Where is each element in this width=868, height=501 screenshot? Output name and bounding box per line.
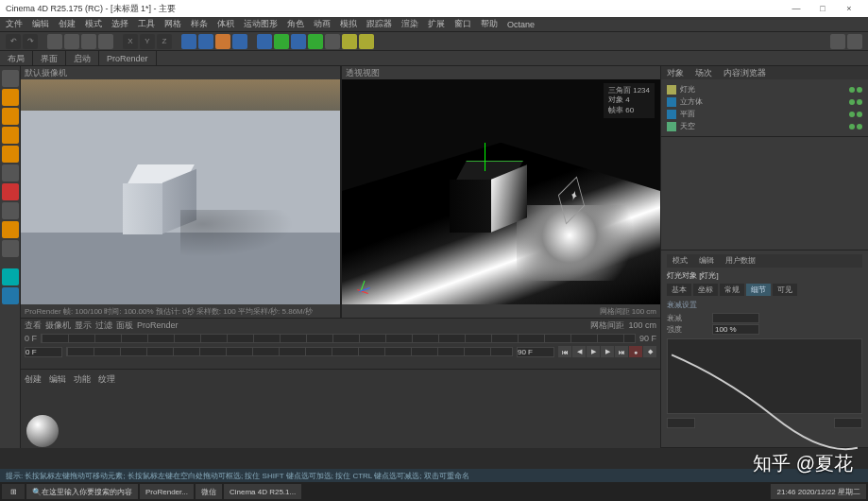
- attr-tab-visibility[interactable]: 可见: [773, 284, 797, 296]
- start-button[interactable]: ⊞: [2, 484, 25, 499]
- workplane-button[interactable]: [2, 108, 19, 125]
- layout-tab-prorender[interactable]: ProRender: [99, 51, 157, 65]
- deformer-button[interactable]: [308, 34, 323, 49]
- attr-tab-coord[interactable]: 坐标: [693, 284, 718, 296]
- axis-x-toggle[interactable]: X: [123, 34, 138, 49]
- edge-mode-button[interactable]: [2, 127, 19, 144]
- render-region-button[interactable]: [198, 34, 213, 49]
- viewport-perspective[interactable]: 透视视图 三角面 1234 对象 4 帧率 6: [342, 66, 661, 318]
- menu-octane[interactable]: Octane: [507, 20, 535, 29]
- material-swatch[interactable]: [26, 415, 59, 447]
- menu-animate[interactable]: 动画: [314, 18, 331, 30]
- mat-menu-texture[interactable]: 纹理: [98, 373, 115, 385]
- record-button[interactable]: ●: [629, 346, 642, 357]
- menu-character[interactable]: 角色: [287, 18, 304, 30]
- camera-button[interactable]: [342, 34, 357, 49]
- taskbar-clock[interactable]: 21:46 2020/12/22 星期二: [771, 484, 866, 499]
- layout-tab-startup[interactable]: 启动: [66, 51, 99, 65]
- tl-menu-camera[interactable]: 摄像机: [45, 320, 71, 332]
- prev-frame-button[interactable]: ◀: [572, 346, 586, 357]
- attr-tab-basic[interactable]: 基本: [667, 284, 691, 296]
- taskbar-app-wechat[interactable]: 微信: [196, 484, 222, 499]
- axis-y-toggle[interactable]: Y: [140, 34, 155, 49]
- menu-mograph[interactable]: 运动图形: [244, 18, 278, 30]
- snap-button[interactable]: [2, 202, 19, 219]
- taskbar-search[interactable]: 🔍 在这里输入你要搜索的内容: [26, 484, 138, 499]
- next-frame-button[interactable]: ▶: [601, 346, 614, 357]
- render-view-button[interactable]: [181, 34, 196, 49]
- menu-mesh[interactable]: 网格: [164, 18, 181, 30]
- tl-menu-panel[interactable]: 面板: [116, 320, 133, 332]
- redo-button[interactable]: ↷: [23, 34, 38, 49]
- viewport-toggle-button[interactable]: [2, 287, 19, 304]
- menu-edit[interactable]: 编辑: [32, 18, 49, 30]
- window-minimize[interactable]: —: [783, 4, 809, 13]
- goto-end-button[interactable]: ⏭: [615, 346, 628, 357]
- axis-z-toggle[interactable]: Z: [157, 34, 172, 49]
- select-tool[interactable]: [47, 34, 62, 49]
- viewport-render[interactable]: 默认摄像机 ProRender 帧: 100/100 时间: 100.00% 预…: [21, 66, 340, 318]
- window-close[interactable]: ×: [836, 4, 862, 13]
- rotate-tool[interactable]: [98, 34, 113, 49]
- viewport-perspective-body[interactable]: 三角面 1234 对象 4 帧率 60: [342, 79, 661, 304]
- menu-help[interactable]: 帮助: [481, 18, 498, 30]
- object-row-sky[interactable]: 天空: [667, 120, 862, 132]
- tl-menu-view[interactable]: 查看: [25, 320, 42, 332]
- mat-menu-edit[interactable]: 编辑: [49, 373, 66, 385]
- goto-start-button[interactable]: ⏮: [558, 346, 571, 357]
- object-row-cube[interactable]: 立方体: [667, 95, 862, 108]
- tab-objects[interactable]: 对象: [661, 66, 689, 79]
- move-tool[interactable]: [64, 34, 79, 49]
- axis-mode-button[interactable]: [2, 164, 19, 181]
- model-mode-button[interactable]: [2, 70, 19, 87]
- scale-tool[interactable]: [81, 34, 96, 49]
- tl-menu-filter[interactable]: 过滤: [95, 320, 112, 332]
- layout-tab-layout[interactable]: 布局: [0, 51, 33, 65]
- object-list[interactable]: 灯光 立方体 平面 天空: [661, 79, 868, 136]
- picture-viewer-button[interactable]: [232, 34, 247, 49]
- intensity-input[interactable]: [712, 324, 759, 335]
- layers-panel[interactable]: [661, 137, 868, 250]
- attr-tab-edit[interactable]: 编辑: [693, 254, 720, 268]
- axis-gizmo[interactable]: [485, 143, 486, 181]
- locked-button[interactable]: [2, 240, 19, 257]
- nav-axis-icon[interactable]: [348, 274, 372, 299]
- texture-mode-button[interactable]: [2, 89, 19, 106]
- object-row-plane[interactable]: 平面: [667, 108, 862, 120]
- timeline-track[interactable]: [41, 334, 636, 343]
- object-row-light[interactable]: 灯光: [667, 83, 862, 95]
- editor-cube[interactable]: [450, 161, 529, 236]
- menu-render[interactable]: 渲染: [401, 18, 418, 30]
- play-button[interactable]: ▶: [587, 346, 600, 357]
- menu-tools[interactable]: 工具: [138, 18, 155, 30]
- environment-button[interactable]: [325, 34, 340, 49]
- menu-tracker[interactable]: 跟踪器: [366, 18, 392, 30]
- attr-tab-mode[interactable]: 模式: [667, 254, 693, 268]
- point-mode-button[interactable]: [2, 183, 19, 200]
- render-settings-button[interactable]: [215, 34, 230, 49]
- menu-volume[interactable]: 体积: [217, 18, 234, 30]
- taskbar-app-prorender[interactable]: ProRender...: [140, 484, 194, 499]
- quantize-button[interactable]: [2, 221, 19, 238]
- tab-content[interactable]: 内容浏览器: [718, 66, 772, 79]
- tl-menu-prorender[interactable]: ProRender: [137, 320, 179, 330]
- taskbar-app-c4d[interactable]: Cinema 4D R25.1...: [224, 484, 301, 499]
- timeline-range-track[interactable]: [66, 347, 513, 356]
- undo-button[interactable]: ↶: [6, 34, 21, 49]
- menu-spline[interactable]: 样条: [191, 18, 208, 30]
- menu-simulate[interactable]: 模拟: [340, 18, 357, 30]
- mat-menu-function[interactable]: 功能: [74, 373, 91, 385]
- menu-window[interactable]: 窗口: [454, 18, 471, 30]
- autokey-button[interactable]: ◆: [643, 346, 656, 357]
- tag-button[interactable]: [830, 34, 845, 49]
- layout-tab-interface[interactable]: 界面: [33, 51, 66, 65]
- polygon-mode-button[interactable]: [2, 146, 19, 163]
- viewport-solo-button[interactable]: [2, 268, 19, 285]
- menu-mode[interactable]: 模式: [85, 18, 102, 30]
- generator-button[interactable]: [291, 34, 306, 49]
- falloff-graph[interactable]: [667, 338, 862, 414]
- viewport-render-body[interactable]: [21, 79, 340, 304]
- attr-tab-general[interactable]: 常规: [720, 284, 744, 296]
- attr-tab-details[interactable]: 细节: [746, 284, 771, 296]
- attr-tab-userdata[interactable]: 用户数据: [720, 254, 761, 268]
